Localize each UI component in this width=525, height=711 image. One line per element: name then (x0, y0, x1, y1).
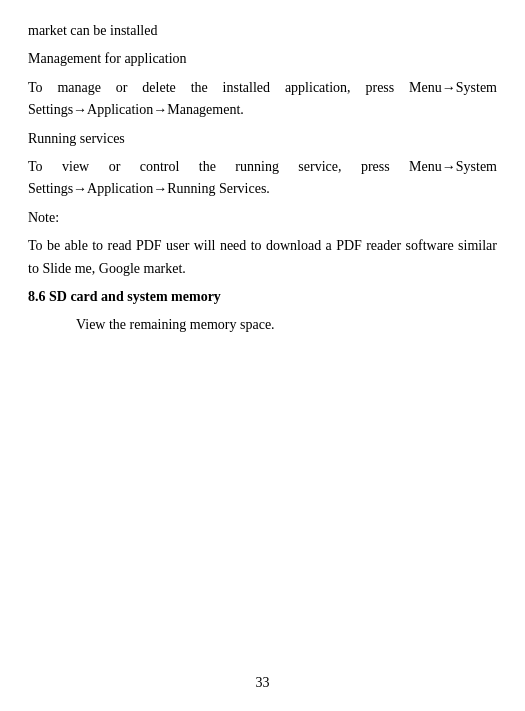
content-area: market can be installed Management for a… (28, 20, 497, 665)
page-number-area: 33 (28, 665, 497, 691)
paragraph-market: market can be installed (28, 20, 497, 42)
page-number: 33 (256, 675, 270, 690)
paragraph-view-control: To view or control the running service, … (28, 156, 497, 201)
paragraph-view-memory: View the remaining memory space. (76, 314, 497, 336)
paragraph-note-label: Note: (28, 207, 497, 229)
paragraph-management-heading: Management for application (28, 48, 497, 70)
heading-sd-card: 8.6 SD card and system memory (28, 286, 497, 308)
paragraph-running-services: Running services (28, 128, 497, 150)
paragraph-pdf-note: To be able to read PDF user will need to… (28, 235, 497, 280)
page-container: market can be installed Management for a… (0, 0, 525, 711)
paragraph-manage-delete: To manage or delete the installed applic… (28, 77, 497, 122)
